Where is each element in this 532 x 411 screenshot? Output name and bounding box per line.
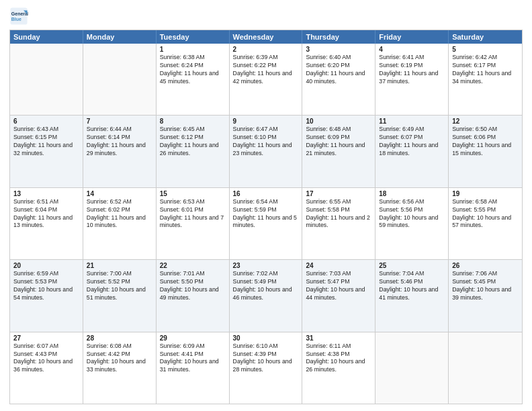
cell-detail: Sunrise: 6:42 AM Sunset: 6:17 PM Dayligh… bbox=[452, 54, 519, 86]
cell-detail: Sunrise: 6:48 AM Sunset: 6:09 PM Dayligh… bbox=[306, 126, 371, 158]
calendar-cell: 5Sunrise: 6:42 AM Sunset: 6:17 PM Daylig… bbox=[449, 44, 522, 115]
calendar-cell: 7Sunrise: 6:44 AM Sunset: 6:14 PM Daylig… bbox=[83, 116, 157, 187]
calendar-cell: 29Sunrise: 6:09 AM Sunset: 4:41 PM Dayli… bbox=[157, 332, 230, 404]
cell-detail: Sunrise: 6:49 AM Sunset: 6:07 PM Dayligh… bbox=[379, 126, 445, 158]
calendar-row-0: 1Sunrise: 6:38 AM Sunset: 6:24 PM Daylig… bbox=[10, 44, 522, 115]
calendar-cell: 20Sunrise: 6:59 AM Sunset: 5:53 PM Dayli… bbox=[10, 260, 83, 331]
calendar-body: 1Sunrise: 6:38 AM Sunset: 6:24 PM Daylig… bbox=[10, 44, 522, 404]
calendar-cell: 6Sunrise: 6:43 AM Sunset: 6:15 PM Daylig… bbox=[10, 116, 83, 187]
cell-detail: Sunrise: 6:11 AM Sunset: 4:38 PM Dayligh… bbox=[306, 342, 371, 375]
cell-detail: Sunrise: 6:38 AM Sunset: 6:24 PM Dayligh… bbox=[160, 54, 226, 86]
cell-detail: Sunrise: 6:43 AM Sunset: 6:15 PM Dayligh… bbox=[13, 126, 79, 158]
calendar-cell bbox=[449, 332, 522, 404]
calendar-cell: 4Sunrise: 6:41 AM Sunset: 6:19 PM Daylig… bbox=[375, 44, 449, 115]
day-header-monday: Monday bbox=[83, 30, 157, 44]
calendar-cell: 11Sunrise: 6:49 AM Sunset: 6:07 PM Dayli… bbox=[375, 116, 449, 187]
cell-detail: Sunrise: 7:00 AM Sunset: 5:52 PM Dayligh… bbox=[87, 270, 152, 302]
svg-text:Blue: Blue bbox=[11, 17, 21, 21]
day-header-saturday: Saturday bbox=[449, 30, 522, 44]
cell-detail: Sunrise: 6:08 AM Sunset: 4:42 PM Dayligh… bbox=[87, 342, 152, 375]
cell-detail: Sunrise: 6:40 AM Sunset: 6:20 PM Dayligh… bbox=[306, 54, 371, 86]
cell-detail: Sunrise: 6:41 AM Sunset: 6:19 PM Dayligh… bbox=[379, 54, 445, 86]
day-header-sunday: Sunday bbox=[10, 30, 83, 44]
cell-detail: Sunrise: 7:06 AM Sunset: 5:45 PM Dayligh… bbox=[452, 270, 519, 302]
day-number: 6 bbox=[13, 118, 79, 125]
calendar-cell: 10Sunrise: 6:48 AM Sunset: 6:09 PM Dayli… bbox=[302, 116, 375, 187]
calendar-cell: 2Sunrise: 6:39 AM Sunset: 6:22 PM Daylig… bbox=[230, 44, 303, 115]
header: General Blue bbox=[9, 7, 523, 26]
calendar-cell: 9Sunrise: 6:47 AM Sunset: 6:10 PM Daylig… bbox=[230, 116, 303, 187]
day-number: 23 bbox=[233, 262, 299, 269]
cell-detail: Sunrise: 7:03 AM Sunset: 5:47 PM Dayligh… bbox=[306, 270, 371, 302]
cell-detail: Sunrise: 6:10 AM Sunset: 4:39 PM Dayligh… bbox=[233, 342, 299, 375]
cell-detail: Sunrise: 6:52 AM Sunset: 6:02 PM Dayligh… bbox=[87, 198, 152, 230]
calendar-cell bbox=[83, 44, 157, 115]
calendar-row-3: 20Sunrise: 6:59 AM Sunset: 5:53 PM Dayli… bbox=[10, 259, 522, 331]
logo-icon: General Blue bbox=[9, 7, 28, 26]
calendar-cell: 17Sunrise: 6:55 AM Sunset: 5:58 PM Dayli… bbox=[302, 188, 375, 259]
calendar-cell: 28Sunrise: 6:08 AM Sunset: 4:42 PM Dayli… bbox=[83, 332, 157, 404]
day-number: 7 bbox=[87, 118, 152, 125]
cell-detail: Sunrise: 6:09 AM Sunset: 4:41 PM Dayligh… bbox=[160, 342, 226, 375]
day-number: 26 bbox=[452, 262, 519, 269]
logo: General Blue bbox=[9, 7, 31, 26]
cell-detail: Sunrise: 7:01 AM Sunset: 5:50 PM Dayligh… bbox=[160, 270, 226, 302]
cell-detail: Sunrise: 6:47 AM Sunset: 6:10 PM Dayligh… bbox=[233, 126, 299, 158]
calendar-cell: 27Sunrise: 6:07 AM Sunset: 4:43 PM Dayli… bbox=[10, 332, 83, 404]
calendar-cell: 26Sunrise: 7:06 AM Sunset: 5:45 PM Dayli… bbox=[449, 260, 522, 331]
day-number: 21 bbox=[87, 262, 152, 269]
day-number: 12 bbox=[452, 118, 519, 125]
calendar-cell: 16Sunrise: 6:54 AM Sunset: 5:59 PM Dayli… bbox=[230, 188, 303, 259]
cell-detail: Sunrise: 6:44 AM Sunset: 6:14 PM Dayligh… bbox=[87, 126, 152, 158]
calendar-row-4: 27Sunrise: 6:07 AM Sunset: 4:43 PM Dayli… bbox=[10, 332, 522, 404]
day-header-friday: Friday bbox=[375, 30, 449, 44]
day-number: 25 bbox=[379, 262, 445, 269]
calendar-cell: 3Sunrise: 6:40 AM Sunset: 6:20 PM Daylig… bbox=[302, 44, 375, 115]
calendar-cell: 19Sunrise: 6:58 AM Sunset: 5:55 PM Dayli… bbox=[449, 188, 522, 259]
cell-detail: Sunrise: 6:56 AM Sunset: 5:56 PM Dayligh… bbox=[379, 198, 445, 230]
day-number: 3 bbox=[306, 46, 371, 53]
svg-rect-0 bbox=[10, 7, 27, 24]
calendar-cell bbox=[375, 332, 449, 404]
cell-detail: Sunrise: 7:02 AM Sunset: 5:49 PM Dayligh… bbox=[233, 270, 299, 302]
cell-detail: Sunrise: 6:50 AM Sunset: 6:06 PM Dayligh… bbox=[452, 126, 519, 158]
cell-detail: Sunrise: 6:59 AM Sunset: 5:53 PM Dayligh… bbox=[13, 270, 79, 302]
calendar-cell: 31Sunrise: 6:11 AM Sunset: 4:38 PM Dayli… bbox=[302, 332, 375, 404]
day-number: 15 bbox=[160, 190, 226, 197]
day-number: 5 bbox=[452, 46, 519, 53]
calendar-cell: 13Sunrise: 6:51 AM Sunset: 6:04 PM Dayli… bbox=[10, 188, 83, 259]
day-number: 17 bbox=[306, 190, 371, 197]
cell-detail: Sunrise: 6:07 AM Sunset: 4:43 PM Dayligh… bbox=[13, 342, 79, 375]
calendar-header: SundayMondayTuesdayWednesdayThursdayFrid… bbox=[10, 30, 522, 44]
calendar-cell: 30Sunrise: 6:10 AM Sunset: 4:39 PM Dayli… bbox=[230, 332, 303, 404]
cell-detail: Sunrise: 6:53 AM Sunset: 6:01 PM Dayligh… bbox=[160, 198, 226, 230]
day-header-thursday: Thursday bbox=[302, 30, 375, 44]
day-number: 30 bbox=[233, 334, 299, 342]
calendar-cell: 8Sunrise: 6:45 AM Sunset: 6:12 PM Daylig… bbox=[157, 116, 230, 187]
day-number: 4 bbox=[379, 46, 445, 53]
day-number: 19 bbox=[452, 190, 519, 197]
day-number: 11 bbox=[379, 118, 445, 125]
cell-detail: Sunrise: 7:04 AM Sunset: 5:46 PM Dayligh… bbox=[379, 270, 445, 302]
calendar-cell: 14Sunrise: 6:52 AM Sunset: 6:02 PM Dayli… bbox=[83, 188, 157, 259]
calendar-cell: 24Sunrise: 7:03 AM Sunset: 5:47 PM Dayli… bbox=[302, 260, 375, 331]
day-number: 10 bbox=[306, 118, 371, 125]
day-number: 27 bbox=[13, 334, 79, 342]
day-number: 14 bbox=[87, 190, 152, 197]
day-number: 9 bbox=[233, 118, 299, 125]
day-number: 20 bbox=[13, 262, 79, 269]
day-number: 16 bbox=[233, 190, 299, 197]
cell-detail: Sunrise: 6:54 AM Sunset: 5:59 PM Dayligh… bbox=[233, 198, 299, 230]
day-number: 24 bbox=[306, 262, 371, 269]
calendar-cell: 22Sunrise: 7:01 AM Sunset: 5:50 PM Dayli… bbox=[157, 260, 230, 331]
calendar-cell: 21Sunrise: 7:00 AM Sunset: 5:52 PM Dayli… bbox=[83, 260, 157, 331]
cell-detail: Sunrise: 6:45 AM Sunset: 6:12 PM Dayligh… bbox=[160, 126, 226, 158]
day-number: 22 bbox=[160, 262, 226, 269]
day-number: 28 bbox=[87, 334, 152, 342]
day-number: 18 bbox=[379, 190, 445, 197]
cell-detail: Sunrise: 6:58 AM Sunset: 5:55 PM Dayligh… bbox=[452, 198, 519, 230]
day-number: 8 bbox=[160, 118, 226, 125]
calendar-cell: 15Sunrise: 6:53 AM Sunset: 6:01 PM Dayli… bbox=[157, 188, 230, 259]
calendar-row-2: 13Sunrise: 6:51 AM Sunset: 6:04 PM Dayli… bbox=[10, 187, 522, 259]
day-number: 31 bbox=[306, 334, 371, 342]
